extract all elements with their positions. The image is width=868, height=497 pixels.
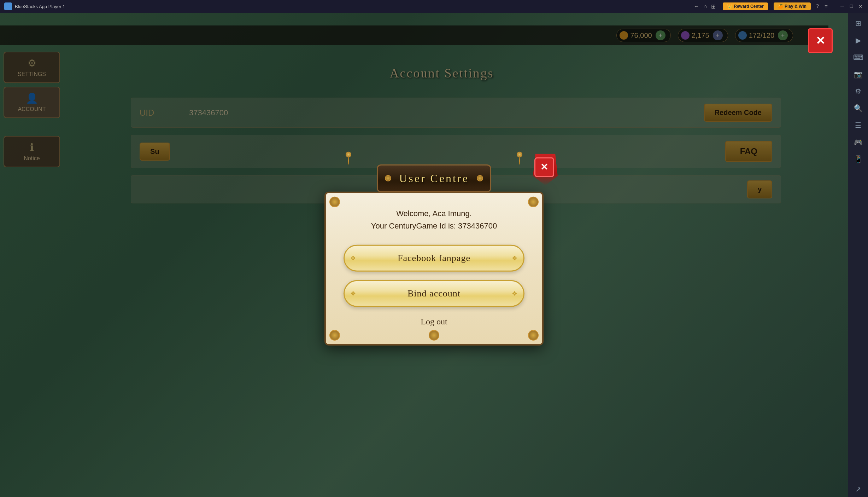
user-centre-modal: User Centre ✕ Welcome, Aca Imung. Your C… <box>324 151 544 345</box>
left-pin <box>346 151 351 164</box>
sidebar-tool-2[interactable]: ▶ <box>850 33 866 48</box>
sidebar-tool-6[interactable]: 🔍 <box>850 100 866 116</box>
orange-circle-icon: 🍊 <box>778 4 783 9</box>
logout-button[interactable]: Log out <box>344 317 524 326</box>
bluestacks-logo <box>4 2 12 10</box>
overlay-close-button[interactable]: ✕ <box>808 28 833 53</box>
bluestacks-right-sidebar: ⊞ ▶ ⌨ 📷 ⚙ 🔍 ☰ 🎮 📱 ↗ <box>848 13 868 497</box>
corner-deco-bottomcenter <box>429 330 439 341</box>
welcome-line1: Welcome, Aca Imung. <box>344 207 524 219</box>
window-controls: ─ □ ✕ <box>839 3 864 10</box>
header-bolt-left <box>385 175 391 181</box>
sidebar-tool-9[interactable]: 📱 <box>850 151 866 167</box>
minimize-button[interactable]: ─ <box>839 3 845 10</box>
titlebar-nav: ← ⌂ ⊞ <box>694 3 716 10</box>
right-pin <box>517 151 522 164</box>
titlebar-right-actions: 👑 Reward Center 🍊 Play & Win ? ≡ ─ □ ✕ <box>723 2 864 10</box>
header-bolt-right <box>477 175 483 181</box>
sidebar-tool-3[interactable]: ⌨ <box>850 50 866 65</box>
reward-center-button[interactable]: 👑 Reward Center <box>723 2 768 10</box>
modal-close-icon: ✕ <box>540 162 548 173</box>
close-x-icon: ✕ <box>816 34 825 47</box>
modal-body: Welcome, Aca Imung. Your CenturyGame Id … <box>324 191 544 345</box>
sidebar-tool-4[interactable]: 📷 <box>850 67 866 82</box>
pin-head-right <box>517 151 522 157</box>
bind-account-button[interactable]: Bind account <box>344 280 524 307</box>
sidebar-tool-5[interactable]: ⚙ <box>850 83 866 99</box>
titlebar-app-name: BlueStacks App Player 1 <box>15 4 694 9</box>
back-icon[interactable]: ← <box>694 3 699 10</box>
corner-deco-bottomleft <box>329 330 340 341</box>
corner-deco-bottomright <box>528 330 539 341</box>
modal-pins <box>324 151 544 164</box>
close-button[interactable]: ✕ <box>857 3 864 10</box>
history-icon[interactable]: ⊞ <box>711 3 716 10</box>
modal-header-background: User Centre <box>377 164 491 192</box>
corner-deco-topleft <box>329 196 340 207</box>
play-win-button[interactable]: 🍊 Play & Win <box>774 2 811 10</box>
facebook-fanpage-button[interactable]: Facebook fanpage <box>344 245 524 272</box>
home-icon[interactable]: ⌂ <box>704 3 707 10</box>
sidebar-tool-7[interactable]: ☰ <box>850 117 866 133</box>
titlebar: BlueStacks App Player 1 ← ⌂ ⊞ 👑 Reward C… <box>0 0 868 13</box>
modal-close-button[interactable]: ✕ <box>534 157 554 177</box>
sidebar-tool-8[interactable]: 🎮 <box>850 134 866 150</box>
modal-header: User Centre ✕ <box>324 164 544 192</box>
modal-welcome-text: Welcome, Aca Imung. Your CenturyGame Id … <box>344 207 524 232</box>
modal-title: User Centre <box>399 172 469 184</box>
pin-chain-right <box>519 157 520 164</box>
welcome-line2: Your CenturyGame Id is: 373436700 <box>344 220 524 232</box>
help-icon[interactable]: ? <box>816 3 819 10</box>
corner-deco-topright <box>528 196 539 207</box>
pin-chain-left <box>348 157 349 164</box>
sidebar-tool-1[interactable]: ⊞ <box>850 16 866 31</box>
crown-icon: 👑 <box>727 4 732 9</box>
pin-head-left <box>346 151 351 157</box>
menu-icon[interactable]: ≡ <box>825 3 828 10</box>
sidebar-tool-bottom[interactable]: ↗ <box>850 481 866 497</box>
maximize-button[interactable]: □ <box>848 3 855 10</box>
